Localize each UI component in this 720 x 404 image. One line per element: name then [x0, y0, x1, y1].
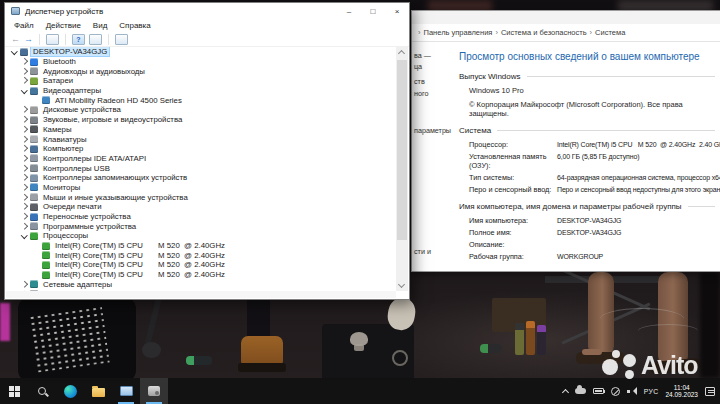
device-tree-item[interactable]: Компьютер — [6, 144, 396, 154]
breadcrumb-item[interactable]: Система — [595, 28, 625, 37]
expander-icon[interactable] — [32, 96, 41, 105]
device-icon — [30, 154, 38, 162]
device-tree-item[interactable]: Bluetooth — [6, 57, 396, 67]
expander-icon[interactable] — [20, 125, 29, 134]
start-button[interactable] — [0, 378, 28, 404]
scroll-down-icon[interactable] — [398, 281, 405, 288]
menu-item[interactable]: Файл — [8, 21, 40, 30]
console-view-button[interactable] — [46, 34, 59, 45]
expander-icon[interactable] — [20, 144, 29, 153]
explorer-taskbar-button[interactable] — [84, 378, 112, 404]
expander-icon[interactable] — [20, 222, 29, 231]
battery-icon[interactable] — [593, 388, 604, 394]
info-value: Intel(R) Core(TM) i5 CPU M 520 @ 2.40GHz… — [557, 140, 720, 149]
hidden-icons-chevron-icon[interactable] — [562, 388, 569, 395]
expander-icon[interactable] — [20, 105, 29, 114]
expander-icon[interactable] — [20, 280, 29, 289]
device-tree-item[interactable]: Аудиовходы и аудиовыходы — [6, 66, 396, 76]
expander-icon[interactable] — [20, 183, 29, 192]
menu-item[interactable]: Вид — [87, 21, 113, 30]
expander-icon[interactable] — [20, 164, 29, 173]
breadcrumb-item[interactable]: Система и безопасность — [501, 28, 587, 37]
maximize-button[interactable]: □ — [361, 4, 385, 19]
vertical-scrollbar[interactable] — [396, 47, 408, 291]
device-tree-item[interactable]: DESKTOP-VA34GJG — [6, 47, 396, 57]
expander-icon[interactable] — [20, 135, 29, 144]
device-tree-item[interactable]: Контроллеры IDE ATA/ATAPI — [6, 154, 396, 164]
system-info-row: Тип системы: 64-разрядная операционная с… — [469, 173, 715, 182]
device-tree-item[interactable]: Intel(R) Core(TM) i5 CPU M 520 @ 2.40GHz — [6, 250, 396, 260]
info-label: Имя компьютера: — [469, 216, 557, 225]
device-tree-item[interactable]: Батареи — [6, 76, 396, 86]
expander-icon[interactable] — [32, 251, 41, 260]
expander-icon[interactable] — [20, 76, 29, 85]
expander-icon[interactable] — [20, 193, 29, 202]
device-tree-item[interactable]: Сетевые адаптеры — [6, 280, 396, 290]
device-tree-item[interactable]: Программные устройства — [6, 221, 396, 231]
sidebar-link-fragment[interactable]: ного — [414, 89, 428, 98]
expander-icon[interactable] — [20, 86, 29, 95]
system-properties-taskbar-button[interactable] — [112, 378, 140, 404]
minimize-button[interactable]: – — [337, 4, 361, 19]
scrollbar-thumb[interactable] — [397, 60, 407, 240]
sidebar-link-fragment[interactable]: параметры — [414, 126, 451, 135]
device-tree-item[interactable]: Intel(R) Core(TM) i5 CPU M 520 @ 2.40GHz — [6, 270, 396, 280]
sidebar-link-fragment[interactable]: ств — [414, 77, 425, 86]
device-tree-item[interactable]: Intel(R) Core(TM) i5 CPU M 520 @ 2.40GHz — [6, 241, 396, 251]
expander-icon[interactable] — [20, 173, 29, 182]
device-tree-item[interactable]: Звуковые, игровые и видеоустройства — [6, 115, 396, 125]
info-value: DESKTOP-VA34GJG — [557, 216, 621, 225]
device-tree-item[interactable]: Контроллеры USB — [6, 163, 396, 173]
computer-name-row: Имя компьютера: DESKTOP-VA34GJG — [469, 216, 715, 225]
close-button[interactable]: × — [385, 4, 409, 19]
expander-icon[interactable] — [20, 115, 29, 124]
device-tree-item[interactable]: ATI Mobility Radeon HD 4500 Series — [6, 95, 396, 105]
device-tree-item[interactable]: Камеры — [6, 125, 396, 135]
device-tree-item[interactable]: Клавиатуры — [6, 134, 396, 144]
device-tree-item[interactable]: Мыши и иные указывающие устройства — [6, 192, 396, 202]
device-manager-taskbar-button[interactable] — [140, 378, 168, 404]
expander-icon[interactable] — [10, 47, 19, 56]
sidebar-link-fragment[interactable]: ва — — [414, 51, 431, 60]
language-indicator[interactable]: РУС — [644, 388, 659, 395]
device-tree-item[interactable]: Контроллеры запоминающих устройств — [6, 173, 396, 183]
device-tree-item[interactable]: Мониторы — [6, 183, 396, 193]
toolbar-separator — [39, 34, 40, 45]
network-icon[interactable] — [611, 387, 620, 396]
expander-icon[interactable] — [20, 202, 29, 211]
expander-icon[interactable] — [32, 241, 41, 250]
breadcrumb-item[interactable]: Панель управления — [424, 28, 493, 37]
volume-icon[interactable] — [627, 387, 637, 396]
expander-icon[interactable] — [20, 212, 29, 221]
device-tree-item[interactable]: Дисковые устройства — [6, 105, 396, 115]
search-button[interactable] — [28, 378, 56, 404]
forward-button[interactable]: → — [24, 35, 33, 44]
device-tree-item[interactable]: Очереди печати — [6, 202, 396, 212]
horizontal-scrollbar[interactable] — [6, 291, 396, 298]
expander-icon[interactable] — [20, 231, 29, 240]
edge-taskbar-button[interactable] — [56, 378, 84, 404]
sidebar-link-fragment[interactable]: ца — [414, 62, 422, 71]
expander-icon[interactable] — [32, 270, 41, 279]
sidebar-link-fragment[interactable]: сти и — [414, 247, 431, 256]
properties-button[interactable] — [89, 34, 102, 45]
expander-icon[interactable] — [20, 67, 29, 76]
scan-hardware-button[interactable] — [115, 34, 128, 45]
expander-icon[interactable] — [20, 57, 29, 66]
scroll-up-icon[interactable] — [398, 50, 405, 57]
action-center-icon[interactable] — [705, 387, 715, 396]
taskbar-clock[interactable]: 11:04 24.09.2023 — [665, 384, 698, 399]
help-button[interactable]: ? — [72, 34, 85, 45]
menu-item[interactable]: Справка — [113, 21, 156, 30]
device-tree-item[interactable]: Процессоры — [6, 231, 396, 241]
device-tree-item[interactable]: Intel(R) Core(TM) i5 CPU M 520 @ 2.40GHz — [6, 260, 396, 270]
device-tree-item[interactable]: Переносные устройства — [6, 212, 396, 222]
wallpaper-spray-can — [480, 344, 502, 353]
onedrive-icon[interactable] — [575, 388, 586, 394]
expander-icon[interactable] — [20, 154, 29, 163]
expander-icon[interactable] — [32, 260, 41, 269]
device-tree-item[interactable]: Видеоадаптеры — [6, 86, 396, 96]
menu-item[interactable]: Действие — [40, 21, 87, 30]
device-label: Мониторы — [41, 183, 82, 192]
back-button[interactable]: ← — [11, 35, 20, 44]
